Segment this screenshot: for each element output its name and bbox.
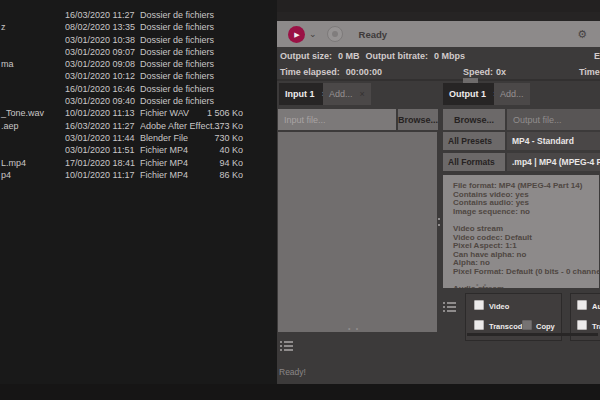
info-line: Image sequence: no — [453, 208, 599, 217]
file-row[interactable]: ma03/01/2020 09:08Dossier de fichiers — [0, 58, 277, 70]
stats-right-fragment: E — [594, 51, 600, 61]
file-row[interactable]: z08/02/2020 13:35Dossier de fichiers — [0, 21, 277, 33]
file-name: .aep — [1, 121, 19, 131]
file-type: Dossier de fichiers — [140, 71, 220, 81]
stats-row-2: Time elapsed:00:00:00 — [280, 67, 388, 77]
input-file-field[interactable]: Input file... — [278, 109, 396, 130]
preset-value-dropdown[interactable]: MP4 - Standard — [507, 132, 600, 150]
format-value-dropdown[interactable]: .mp4 | MP4 (MPEG-4 Par — [507, 153, 600, 171]
tab-label: Add... — [500, 89, 524, 99]
file-date: 03/01/2020 09:40 — [65, 96, 139, 106]
tab-output-add[interactable]: Add... — [494, 83, 530, 105]
toolbar-status-text: Ready — [359, 29, 388, 40]
file-date: 17/01/2020 18:41 — [65, 158, 139, 168]
file-date: 03/01/2020 09:07 — [65, 47, 139, 57]
info-line: Audio stream — [453, 285, 599, 288]
tab-label: Input 1 — [285, 89, 315, 99]
file-row[interactable]: L.mp417/01/2020 18:41Fichier MP494 Ko — [0, 157, 277, 169]
file-row[interactable]: 03/01/2020 10:38Dossier de fichiers — [0, 34, 277, 46]
file-size: 40 Ko — [181, 145, 243, 155]
splitter-dots[interactable]: • • — [348, 325, 360, 332]
file-type: Dossier de fichiers — [140, 35, 220, 45]
file-date: 16/01/2020 16:46 — [65, 84, 139, 94]
file-date: 10/01/2020 11:17 — [65, 170, 139, 180]
time-elapsed-value: 00:00:00 — [346, 67, 382, 77]
file-row[interactable]: 16/01/2020 16:46Dossier de fichiers — [0, 83, 277, 95]
output-size-value: 0 MB — [338, 51, 360, 61]
file-name: p4 — [1, 170, 11, 180]
encoder-window: ▶ ⌄ Ready ⚙ Output size:0 MBOutput bitra… — [277, 12, 600, 384]
file-date: 10/01/2020 11:13 — [65, 108, 139, 118]
file-type: Dossier de fichiers — [140, 22, 220, 32]
audio-checkbox[interactable] — [577, 300, 587, 310]
play-icon: ▶ — [294, 31, 299, 38]
close-icon[interactable]: × — [360, 89, 365, 99]
window-top-edge — [277, 12, 600, 21]
file-row[interactable]: 03/01/2020 11:51Fichier MP440 Ko — [0, 144, 277, 156]
file-name: ma — [1, 59, 14, 69]
file-type: Dossier de fichiers — [140, 10, 220, 20]
file-date: 16/03/2020 11:27 — [65, 10, 139, 20]
file-date: 03/01/2020 11:51 — [65, 145, 139, 155]
copy-checkbox-label: Copy — [536, 322, 555, 331]
time-left-label: Time lef — [579, 67, 600, 77]
output-browse-button[interactable]: Browse... — [443, 109, 505, 130]
file-size: 1 506 Ko — [181, 108, 243, 118]
file-row[interactable]: 03/01/2020 10:12Dossier de fichiers — [0, 70, 277, 82]
tab-input-add[interactable]: Add... × — [323, 83, 371, 105]
file-date: 03/01/2020 11:44 — [65, 133, 139, 143]
file-row[interactable]: p410/01/2020 11:17Fichier MP486 Ko — [0, 169, 277, 181]
info-line: Pixel Format: Default (0 bits - 0 channe… — [453, 268, 599, 277]
file-date: 03/01/2020 10:38 — [65, 35, 139, 45]
audio-transcode-checkbox-label: Transcode — [592, 322, 600, 331]
file-row[interactable]: .aep16/03/2020 11:27Adobe After Effect..… — [0, 120, 277, 132]
file-date: 08/02/2020 13:35 — [65, 22, 139, 32]
start-encode-button[interactable]: ▶ — [288, 26, 305, 43]
file-list: 16/03/2020 11:27Dossier de fichiersz08/0… — [0, 9, 277, 181]
file-date: 03/01/2020 10:12 — [65, 71, 139, 81]
stop-button[interactable] — [327, 26, 343, 42]
output-file-field[interactable]: Output file... — [507, 109, 600, 130]
queue-list-icon[interactable] — [280, 341, 293, 353]
chevron-down-icon[interactable]: ⌄ — [309, 30, 317, 38]
vertical-splitter-dots[interactable] — [437, 218, 441, 230]
all-formats-dropdown[interactable]: All Formats — [443, 153, 505, 171]
gear-icon[interactable]: ⚙ — [577, 28, 587, 41]
file-name: z — [1, 22, 6, 32]
video-checkbox-label: Video — [489, 302, 509, 311]
speed-value: 0x — [496, 67, 506, 77]
file-type: Dossier de fichiers — [140, 84, 220, 94]
splitter-dots[interactable]: • • — [476, 281, 488, 288]
input-browse-button[interactable]: Browse... — [398, 109, 438, 130]
file-name: L.mp4 — [1, 158, 26, 168]
status-bar-text: Ready! — [279, 367, 306, 377]
transcode-checkbox-label: Transcode — [489, 322, 527, 331]
horizontal-scrollbar[interactable] — [467, 333, 598, 336]
speed-label: Speed: — [463, 67, 493, 77]
file-row[interactable]: 03/01/2020 09:07Dossier de fichiers — [0, 46, 277, 58]
video-checkbox[interactable] — [474, 300, 484, 310]
encode-stats: Output size:0 MBOutput bitrate:0 Mbps E … — [277, 47, 600, 80]
output-bitrate-label: Output bitrate: — [366, 51, 429, 61]
file-row[interactable]: 03/01/2020 11:44Blender File730 Ko — [0, 132, 277, 144]
all-presets-dropdown[interactable]: All Presets — [443, 132, 505, 150]
file-type: Dossier de fichiers — [140, 96, 220, 106]
transcode-checkbox[interactable] — [474, 320, 484, 330]
main-toolbar: ▶ ⌄ Ready ⚙ — [277, 21, 600, 47]
file-date: 16/03/2020 11:27 — [65, 121, 139, 131]
file-row[interactable]: 03/01/2020 09:40Dossier de fichiers — [0, 95, 277, 107]
tab-label: Add... — [329, 89, 353, 99]
copy-checkbox[interactable] — [522, 320, 532, 330]
stream-list-icon[interactable] — [443, 302, 456, 314]
file-size: 373 Ko — [181, 121, 243, 131]
file-row[interactable]: 16/03/2020 11:27Dossier de fichiers — [0, 9, 277, 21]
file-size: 94 Ko — [181, 158, 243, 168]
media-info-panel: File format: MP4 (MPEG-4 Part 14)Contain… — [443, 175, 599, 288]
screenshot: 16/03/2020 11:27Dossier de fichiersz08/0… — [0, 0, 600, 400]
file-size: 730 Ko — [181, 133, 243, 143]
file-row[interactable]: _Tone.wav10/01/2020 11:13Fichier WAV1 50… — [0, 107, 277, 119]
bottom-strip — [0, 384, 600, 400]
audio-transcode-checkbox[interactable] — [577, 320, 587, 330]
stats-row-1: Output size:0 MBOutput bitrate:0 Mbps — [280, 51, 471, 61]
input-drop-area[interactable] — [278, 132, 437, 332]
